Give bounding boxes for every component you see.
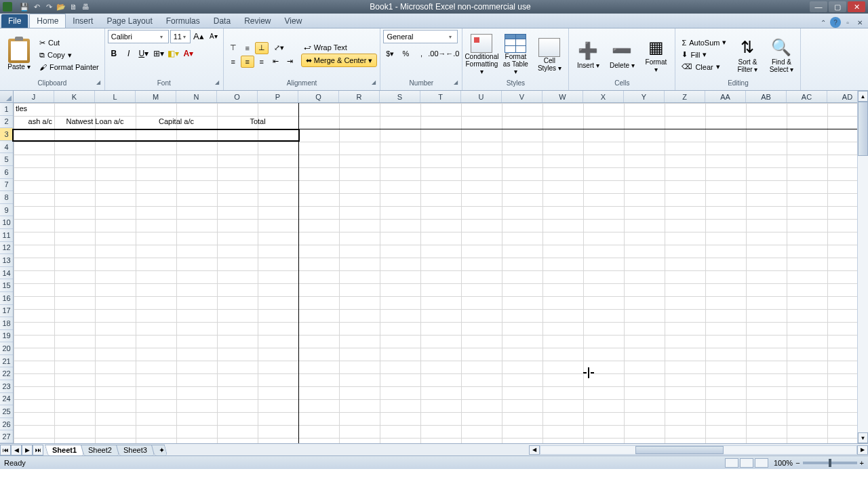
page-break-view-icon[interactable]: [755, 458, 768, 468]
minimize-icon[interactable]: —: [810, 1, 827, 12]
row-header[interactable]: 12: [0, 242, 13, 255]
column-header[interactable]: V: [502, 91, 542, 102]
zoom-slider[interactable]: [803, 462, 857, 464]
scroll-thumb[interactable]: [858, 102, 868, 156]
row-header[interactable]: 3: [0, 128, 13, 141]
column-header[interactable]: X: [583, 91, 624, 102]
decrease-decimal-icon[interactable]: ←.0: [446, 47, 459, 60]
font-color-button[interactable]: A▾: [182, 47, 195, 60]
dialog-launcher-icon[interactable]: ◢: [372, 79, 376, 85]
row-header[interactable]: 17: [0, 305, 13, 318]
fill-color-button[interactable]: ◧▾: [167, 47, 180, 60]
close-icon[interactable]: ✕: [848, 1, 865, 12]
help-icon[interactable]: ?: [830, 17, 841, 28]
insert-cells-button[interactable]: ➕Insert ▾: [572, 38, 604, 71]
conditional-formatting-button[interactable]: Conditional Formatting ▾: [465, 32, 498, 77]
column-header[interactable]: Z: [665, 91, 705, 102]
bold-button[interactable]: B: [108, 47, 120, 60]
column-header[interactable]: P: [258, 91, 298, 102]
cell-styles-button[interactable]: Cell Styles ▾: [533, 36, 566, 74]
zoom-out-icon[interactable]: −: [795, 459, 800, 467]
first-sheet-icon[interactable]: ⏮: [0, 445, 11, 455]
row-header[interactable]: 18: [0, 317, 13, 330]
scroll-right-icon[interactable]: ▶: [857, 445, 868, 455]
fill-button[interactable]: ⬇Fill ▾: [678, 49, 730, 60]
cut-button[interactable]: ✂Cut: [37, 37, 102, 49]
scroll-up-icon[interactable]: ▲: [858, 91, 868, 102]
paste-button[interactable]: Paste ▾: [3, 37, 35, 73]
column-header[interactable]: AA: [705, 91, 746, 102]
scroll-thumb[interactable]: [635, 446, 724, 454]
column-header[interactable]: S: [380, 91, 420, 102]
normal-view-icon[interactable]: [725, 458, 738, 468]
print-icon[interactable]: 🖶: [80, 2, 91, 12]
merge-center-button[interactable]: ⬌Merge & Center ▾: [301, 54, 378, 67]
undo-icon[interactable]: ↶: [31, 2, 42, 12]
font-size-select[interactable]: 11▾: [170, 30, 191, 43]
tab-home[interactable]: Home: [29, 14, 66, 28]
align-left-icon[interactable]: ≡: [226, 56, 240, 68]
dialog-launcher-icon[interactable]: ◢: [454, 79, 458, 85]
redo-icon[interactable]: ↷: [43, 2, 54, 12]
tab-formulas[interactable]: Formulas: [159, 14, 207, 28]
cell-area[interactable]: tles ash a/c Natwest Loan a/c Capital a/…: [14, 103, 868, 443]
next-sheet-icon[interactable]: ▶: [22, 445, 33, 455]
autosum-button[interactable]: ΣAutoSum ▾: [678, 37, 730, 48]
cell[interactable]: tles: [14, 103, 29, 114]
column-header[interactable]: Q: [298, 91, 339, 102]
format-as-table-button[interactable]: Format as Table ▾: [499, 32, 532, 77]
grow-font-icon[interactable]: A▴: [192, 30, 205, 42]
column-header[interactable]: J: [14, 91, 54, 102]
row-header[interactable]: 2: [0, 116, 13, 129]
clear-button[interactable]: ⌫Clear ▾: [678, 61, 730, 73]
row-header[interactable]: 16: [0, 292, 13, 305]
row-header[interactable]: 6: [0, 166, 13, 179]
column-header[interactable]: K: [54, 91, 95, 102]
format-cells-button[interactable]: ▦Format ▾: [639, 35, 672, 75]
save-icon[interactable]: 💾: [19, 2, 30, 12]
wrap-text-button[interactable]: ⮐Wrap Text: [301, 42, 378, 53]
column-header[interactable]: M: [136, 91, 176, 102]
tab-review[interactable]: Review: [237, 14, 277, 28]
increase-decimal-icon[interactable]: .00→: [430, 47, 443, 60]
column-header[interactable]: AC: [787, 91, 827, 102]
tab-file[interactable]: File: [1, 14, 28, 28]
column-header[interactable]: N: [176, 91, 217, 102]
sheet-tab[interactable]: Sheet1: [45, 445, 84, 455]
tab-data[interactable]: Data: [207, 14, 237, 28]
row-header[interactable]: 24: [0, 393, 13, 406]
percent-format-icon[interactable]: %: [399, 47, 412, 60]
column-header[interactable]: L: [95, 91, 136, 102]
align-middle-icon[interactable]: ≡: [241, 42, 254, 54]
tab-insert[interactable]: Insert: [66, 14, 100, 28]
column-header[interactable]: O: [217, 91, 258, 102]
prev-sheet-icon[interactable]: ◀: [11, 445, 22, 455]
row-header[interactable]: 22: [0, 367, 13, 380]
row-header[interactable]: 14: [0, 267, 13, 280]
row-header[interactable]: 23: [0, 380, 13, 393]
border-button[interactable]: ⊞▾: [153, 47, 165, 60]
row-header[interactable]: 4: [0, 141, 13, 154]
row-header[interactable]: 20: [0, 342, 13, 355]
font-name-select[interactable]: Calibri▾: [108, 30, 169, 43]
column-header[interactable]: T: [420, 91, 461, 102]
comma-format-icon[interactable]: ,: [414, 47, 428, 60]
row-header[interactable]: 7: [0, 179, 13, 192]
last-sheet-icon[interactable]: ⏭: [33, 445, 43, 455]
align-top-icon[interactable]: ⊤: [226, 42, 240, 54]
sort-filter-button[interactable]: ⇅Sort & Filter ▾: [731, 35, 764, 75]
window-restore-icon[interactable]: ▫: [842, 17, 853, 28]
open-icon[interactable]: 📂: [56, 2, 66, 12]
dialog-launcher-icon[interactable]: ◢: [215, 79, 219, 85]
zoom-in-icon[interactable]: +: [860, 459, 864, 467]
maximize-icon[interactable]: ▢: [829, 1, 846, 12]
row-header[interactable]: 15: [0, 279, 13, 292]
row-header[interactable]: 9: [0, 204, 13, 217]
row-header[interactable]: 25: [0, 405, 13, 418]
new-sheet-button[interactable]: ✦: [151, 445, 167, 455]
column-header[interactable]: R: [339, 91, 380, 102]
row-header[interactable]: 27: [0, 430, 13, 443]
row-header[interactable]: 5: [0, 153, 13, 166]
italic-button[interactable]: I: [123, 47, 135, 60]
sheet-tab[interactable]: Sheet3: [116, 445, 155, 455]
